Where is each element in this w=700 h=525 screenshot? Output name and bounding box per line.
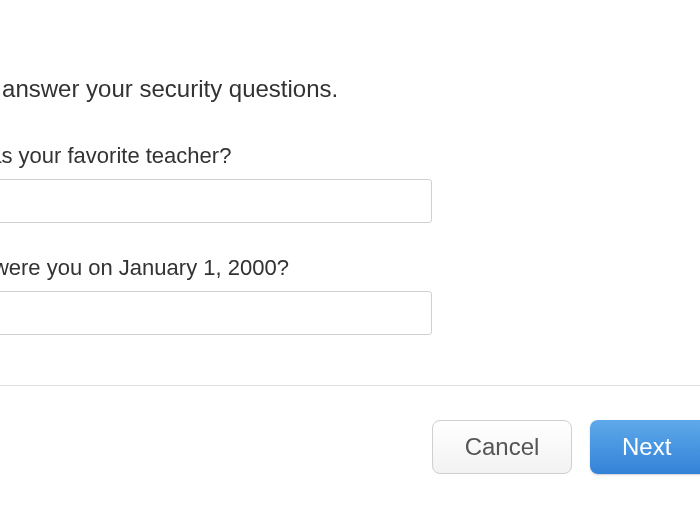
divider [0,385,700,386]
cancel-button[interactable]: Cancel [432,420,572,474]
instruction-text: Please answer your security questions. [0,75,700,103]
button-row: Cancel Next [432,420,700,474]
question-2-label: Where were you on January 1, 2000? [0,255,700,281]
question-block-2: Where were you on January 1, 2000? [0,255,700,335]
security-questions-form: Please answer your security questions. W… [0,0,700,335]
question-2-input[interactable] [0,291,432,335]
question-1-label: Who was your favorite teacher? [0,143,700,169]
question-1-input[interactable] [0,179,432,223]
question-block-1: Who was your favorite teacher? [0,143,700,223]
next-button[interactable]: Next [590,420,700,474]
